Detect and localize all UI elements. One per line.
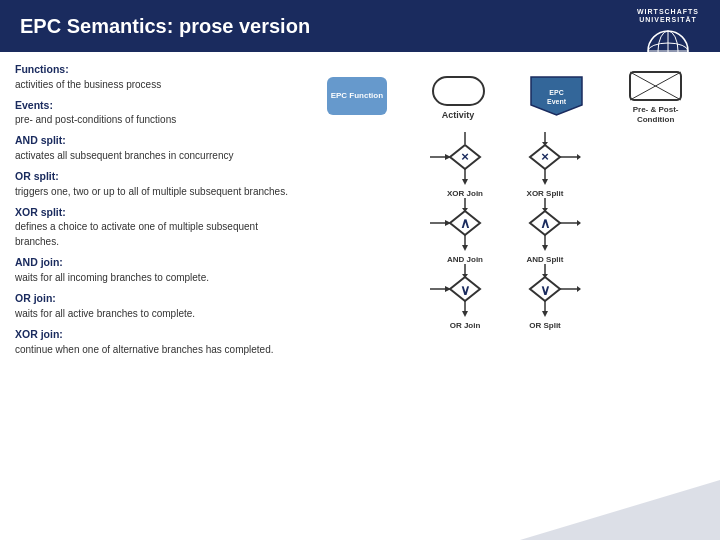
item-events-title: Events: bbox=[15, 99, 53, 111]
pre-post-shape bbox=[628, 67, 683, 105]
and-join-group: ∧ AND Join bbox=[425, 198, 505, 264]
svg-marker-42 bbox=[577, 220, 581, 226]
svg-rect-5 bbox=[433, 77, 484, 105]
item-functions-desc: activities of the business process bbox=[15, 79, 161, 90]
item-xor-join: XOR join: continue when one of alternati… bbox=[15, 327, 295, 357]
item-or-split: OR split: triggers one, two or up to all… bbox=[15, 169, 295, 199]
epc-function-group: EPC Function bbox=[327, 77, 387, 115]
and-split-diagram: ∧ bbox=[505, 198, 585, 253]
activity-group: Activity bbox=[431, 72, 486, 120]
svg-marker-56 bbox=[542, 311, 548, 317]
item-functions-title: Functions: bbox=[15, 63, 69, 75]
item-xor-join-title: XOR join: bbox=[15, 328, 63, 340]
item-and-join: AND join: waits for all incoming branche… bbox=[15, 255, 295, 285]
svg-marker-58 bbox=[577, 286, 581, 292]
xor-join-label: XOR Join bbox=[447, 189, 483, 198]
activity-label: Activity bbox=[442, 110, 475, 120]
activity-shape bbox=[431, 72, 486, 110]
svg-marker-18 bbox=[462, 179, 468, 185]
item-xor-join-desc: continue when one of alternative branche… bbox=[15, 344, 274, 355]
item-or-join: OR join: waits for all active branches t… bbox=[15, 291, 295, 321]
svg-marker-24 bbox=[542, 179, 548, 185]
svg-text:∧: ∧ bbox=[540, 215, 550, 231]
svg-text:∧: ∧ bbox=[460, 215, 470, 231]
svg-text:Event: Event bbox=[547, 98, 567, 105]
item-or-split-desc: triggers one, two or up to all of multip… bbox=[15, 186, 288, 197]
xor-split-diagram: × bbox=[505, 132, 585, 187]
slide-title: EPC Semantics: prose version bbox=[20, 15, 310, 38]
item-events-desc: pre- and post-conditions of functions bbox=[15, 114, 176, 125]
item-and-split-desc: activates all subsequent branches in con… bbox=[15, 150, 233, 161]
or-join-label: OR Join bbox=[450, 321, 481, 330]
and-join-label: AND Join bbox=[447, 255, 483, 264]
or-join-group: ∨ OR Join bbox=[425, 264, 505, 330]
xor-join-group: × XOR Join bbox=[425, 132, 505, 198]
item-or-join-title: OR join: bbox=[15, 292, 56, 304]
diagram-column: EPC Function Activity EPC Event bbox=[305, 62, 705, 530]
item-and-split: AND split: activates all subsequent bran… bbox=[15, 133, 295, 163]
content-area: Functions: activities of the business pr… bbox=[0, 52, 720, 540]
epc-function-shape: EPC Function bbox=[327, 77, 387, 115]
item-and-join-title: AND join: bbox=[15, 256, 63, 268]
item-xor-split: XOR split: defines a choice to activate … bbox=[15, 205, 295, 250]
svg-text:×: × bbox=[541, 149, 549, 164]
xor-row: × XOR Join × bbox=[425, 132, 585, 198]
diagram-header: EPC Function Activity EPC Event bbox=[305, 62, 705, 124]
svg-marker-40 bbox=[542, 245, 548, 251]
text-column: Functions: activities of the business pr… bbox=[15, 62, 305, 530]
title-bar: EPC Semantics: prose version WIRTSCHAFTS… bbox=[0, 0, 720, 52]
item-or-split-title: OR split: bbox=[15, 170, 59, 182]
svg-text:∨: ∨ bbox=[460, 282, 470, 298]
item-and-join-desc: waits for all incoming branches to compl… bbox=[15, 272, 209, 283]
xor-join-diagram: × bbox=[425, 132, 505, 187]
or-split-group: ∨ OR Split bbox=[505, 264, 585, 330]
and-row: ∧ AND Join ∧ bbox=[425, 198, 585, 264]
svg-marker-6 bbox=[531, 77, 582, 115]
xor-split-label: XOR Split bbox=[527, 189, 564, 198]
svg-marker-50 bbox=[462, 311, 468, 317]
and-split-label: AND Split bbox=[527, 255, 564, 264]
svg-marker-34 bbox=[462, 245, 468, 251]
pre-post-label: Pre- & Post-Condition bbox=[633, 105, 679, 124]
item-and-split-title: AND split: bbox=[15, 134, 66, 146]
logo-text-line1: WIRTSCHAFTS UNIVERSITÄT bbox=[637, 8, 699, 25]
or-split-label: OR Split bbox=[529, 321, 561, 330]
item-events: Events: pre- and post-conditions of func… bbox=[15, 98, 295, 128]
xor-split-group: × XOR Split bbox=[505, 132, 585, 198]
svg-text:×: × bbox=[461, 149, 469, 164]
svg-text:∨: ∨ bbox=[540, 282, 550, 298]
or-split-diagram: ∨ bbox=[505, 264, 585, 319]
slide: EPC Semantics: prose version WIRTSCHAFTS… bbox=[0, 0, 720, 540]
item-xor-split-title: XOR split: bbox=[15, 206, 66, 218]
and-join-diagram: ∧ bbox=[425, 198, 505, 253]
item-functions: Functions: activities of the business pr… bbox=[15, 62, 295, 92]
pre-post-group: Pre- & Post-Condition bbox=[628, 67, 683, 124]
svg-marker-26 bbox=[577, 154, 581, 160]
epc-event-shape: EPC Event bbox=[529, 75, 584, 117]
epc-event-group: EPC Event bbox=[529, 75, 584, 117]
item-or-join-desc: waits for all active branches to complet… bbox=[15, 308, 195, 319]
svg-text:EPC: EPC bbox=[550, 89, 564, 96]
or-row: ∨ OR Join ∨ bbox=[425, 264, 585, 330]
item-xor-split-desc: defines a choice to activate one of mult… bbox=[15, 221, 258, 247]
or-join-diagram: ∨ bbox=[425, 264, 505, 319]
and-split-group: ∧ AND Split bbox=[505, 198, 585, 264]
